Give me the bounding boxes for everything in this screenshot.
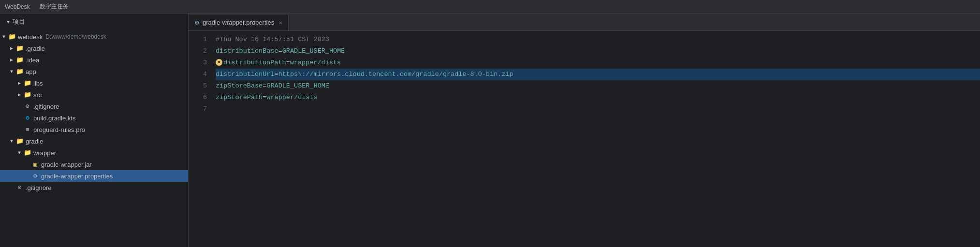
prop-val: wrapper/dists — [266, 94, 317, 101]
tree-item-src[interactable]: ▶📁src — [0, 89, 188, 101]
tree-file-icon: ⚙ — [23, 114, 32, 122]
line-number-3: 3 — [189, 57, 207, 69]
code-content[interactable]: #Thu Nov 16 14:57:51 CST 2023distributio… — [214, 34, 980, 244]
tree-item-label: src — [33, 91, 42, 99]
line-number-7: 7 — [189, 103, 207, 115]
tree-arrow: ▼ — [0, 34, 8, 40]
tree-file-icon: 📁 — [15, 44, 24, 52]
prop-val: https\://mirrors.cloud.tencent.com/gradl… — [278, 71, 513, 78]
tree-item-label: gradle-wrapper.jar — [41, 161, 92, 168]
line-numbers: 1234567 — [189, 34, 214, 244]
chevron-down-icon: ▼ — [6, 19, 11, 25]
tree-item-gradle-dir[interactable]: ▼📁gradle — [0, 135, 188, 147]
line-number-6: 6 — [189, 92, 207, 103]
code-line-4: distributionUrl=https\://mirrors.cloud.t… — [216, 69, 980, 80]
tree-arrow: ▼ — [8, 69, 15, 74]
tree-item-gradle[interactable]: ▶📁.gradle — [0, 43, 188, 54]
tab-file-icon: ⚙ — [194, 19, 200, 26]
tree-file-icon: ≡ — [23, 126, 32, 133]
tree-item-label: webdesk — [18, 33, 43, 41]
editor-area: ⚙ gradle-wrapper.properties × 1234567 #T… — [189, 14, 980, 247]
code-line-2: distributionBase=GRADLE_USER_HOME — [216, 45, 980, 57]
prop-key: zipStorePath — [216, 94, 263, 101]
line-number-1: 1 — [189, 34, 207, 45]
line-number-4: 4 — [189, 69, 207, 80]
close-tab-button[interactable]: × — [279, 20, 282, 26]
main-layout: ▼ 项目 ▼📁webdeskD:\www\demo\webdesk▶📁.grad… — [0, 14, 980, 247]
tree-item-label: app — [26, 68, 36, 75]
code-line-1: #Thu Nov 16 14:57:51 CST 2023 — [216, 34, 980, 45]
tree-file-icon: 📁 — [15, 56, 24, 64]
sidebar-title: 项目 — [13, 17, 25, 26]
tree-file-icon: ⊘ — [23, 102, 32, 110]
tree-item-webdesk[interactable]: ▼📁webdeskD:\www\demo\webdesk — [0, 31, 188, 43]
prop-equals: = — [278, 47, 282, 55]
code-area: 1234567 #Thu Nov 16 14:57:51 CST 2023dis… — [189, 31, 980, 247]
tree-file-icon: 📁 — [15, 68, 24, 75]
tree-item-label: .gitignore — [33, 103, 59, 110]
tree-item-gitignore-app[interactable]: ⊘.gitignore — [0, 101, 188, 112]
line-number-5: 5 — [189, 80, 207, 92]
tree-item-label: gradle-wrapper.properties — [41, 173, 113, 180]
tree-arrow: ▼ — [15, 150, 23, 156]
line-marker: ● — [216, 59, 222, 66]
tree-file-icon: 📁 — [8, 33, 16, 41]
prop-equals: = — [275, 71, 278, 78]
top-menu-item[interactable]: 数字主任务 — [40, 2, 69, 11]
code-line-3: ●distributionPath=wrapper/dists — [216, 57, 980, 69]
tree-file-icon: ⚙ — [31, 172, 40, 180]
tree-item-idea[interactable]: ▶📁.idea — [0, 54, 188, 66]
tree-item-label: build.gradle.kts — [33, 115, 75, 122]
tree-arrow: ▶ — [15, 80, 23, 86]
editor-tab[interactable]: ⚙ gradle-wrapper.properties × — [189, 14, 289, 30]
prop-key: distributionBase — [216, 47, 278, 55]
tree-item-label: proguard-rules.pro — [33, 126, 85, 133]
sidebar: ▼ 项目 ▼📁webdeskD:\www\demo\webdesk▶📁.grad… — [0, 14, 189, 247]
tree-file-icon: ▣ — [31, 160, 40, 168]
tree-item-gitignore-root[interactable]: ⊘.gitignore — [0, 182, 188, 193]
sidebar-header[interactable]: ▼ 项目 — [0, 14, 188, 30]
code-line-5: zipStoreBase=GRADLE_USER_HOME — [216, 80, 980, 92]
tree-arrow: ▶ — [8, 57, 15, 63]
tree-item-path: D:\www\demo\webdesk — [45, 33, 106, 40]
prop-equals: = — [286, 59, 290, 66]
tree-item-wrapper[interactable]: ▼📁wrapper — [0, 147, 188, 159]
tree-item-proguard[interactable]: ≡proguard-rules.pro — [0, 124, 188, 135]
tree-item-label: .gitignore — [26, 184, 51, 191]
tree-arrow: ▼ — [8, 139, 15, 144]
top-bar: WebDesk 数字主任务 — [0, 0, 980, 14]
tree-item-label: wrapper — [33, 149, 56, 157]
tree-file-icon: 📁 — [23, 79, 32, 87]
tree-arrow: ▶ — [15, 92, 23, 98]
tree-item-app[interactable]: ▼📁app — [0, 66, 188, 77]
prop-key: distributionPath — [223, 59, 286, 66]
tree-file-icon: 📁 — [15, 137, 24, 145]
code-line-7 — [216, 103, 980, 115]
tree-item-label: libs — [33, 80, 43, 87]
prop-key: distributionUrl — [216, 71, 275, 78]
app-name: WebDesk — [5, 3, 30, 10]
file-tree: ▼📁webdeskD:\www\demo\webdesk▶📁.gradle▶📁.… — [0, 30, 188, 247]
tree-item-label: gradle — [26, 138, 43, 145]
prop-key: zipStoreBase — [216, 82, 263, 89]
tree-item-label: .gradle — [26, 45, 45, 52]
comment-text: #Thu Nov 16 14:57:51 CST 2023 — [216, 36, 329, 43]
tree-item-gradle-wrapper-jar[interactable]: ▣gradle-wrapper.jar — [0, 159, 188, 170]
tree-item-gradle-wrapper-properties[interactable]: ⚙gradle-wrapper.properties — [0, 170, 188, 182]
tree-item-label: .idea — [26, 57, 39, 64]
tree-arrow: ▶ — [8, 45, 15, 51]
prop-val: GRADLE_USER_HOME — [266, 82, 329, 89]
tab-bar: ⚙ gradle-wrapper.properties × — [189, 14, 980, 31]
prop-val: GRADLE_USER_HOME — [282, 47, 345, 55]
code-line-6: zipStorePath=wrapper/dists — [216, 92, 980, 103]
tree-file-icon: ⊘ — [15, 184, 24, 191]
line-number-2: 2 — [189, 45, 207, 57]
tree-file-icon: 📁 — [23, 149, 32, 157]
tree-item-libs[interactable]: ▶📁libs — [0, 77, 188, 89]
tree-file-icon: 📁 — [23, 91, 32, 99]
prop-val: wrapper/dists — [290, 59, 341, 66]
tree-item-build-gradle[interactable]: ⚙build.gradle.kts — [0, 112, 188, 124]
tab-label: gradle-wrapper.properties — [203, 19, 274, 26]
